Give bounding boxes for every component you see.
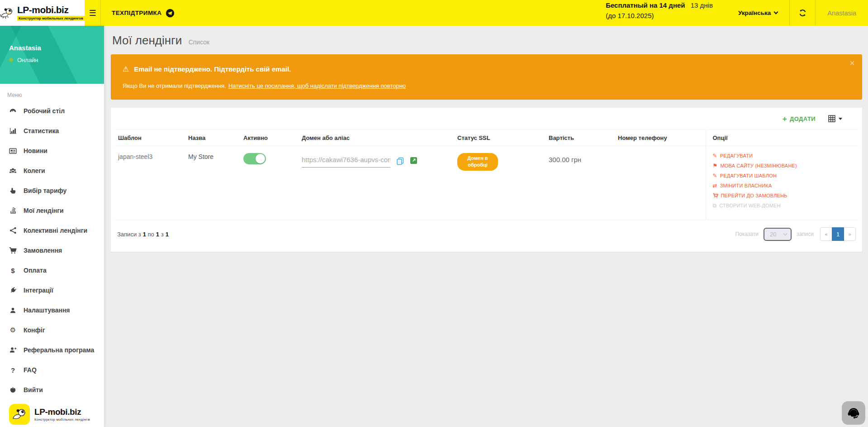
show-label: Показати (735, 231, 758, 237)
alert-line-text: Якщо Ви не отримали підтвердження. (123, 82, 226, 89)
faq-icon: ? (9, 366, 17, 374)
trial-days-left: 13 днів (691, 1, 713, 9)
table-header-row: Шаблон Назва Активно Домен або аліас Ста… (114, 130, 859, 146)
sidebar-item-label: Робочий стіл (24, 107, 65, 115)
sidebar-item-logout[interactable]: Вийти (0, 380, 104, 400)
sidebar-item-label: Реферальна програма (24, 346, 94, 354)
landings-table: Шаблон Назва Активно Домен або аліас Ста… (114, 130, 859, 220)
integrations-icon (9, 287, 17, 294)
sidebar-item-label: Налаштування (24, 307, 70, 314)
page-size-select[interactable]: 20 (764, 228, 792, 241)
sidebar-item-label: Статистика (24, 127, 59, 134)
dog-logo-icon (0, 5, 14, 21)
copy-domain-icon[interactable] (396, 157, 404, 165)
clone-icon: ⧉ (713, 203, 717, 208)
trial-info: Бесплатный на 14 дней 13 днів (до 17.10.… (606, 0, 713, 26)
menu-section-label: Меню (0, 84, 104, 98)
sidebar-user-panel: Anastasia Онлайн (0, 26, 104, 84)
support-label: ТЕХПІДТРИМКА (112, 10, 161, 16)
language-label: Українська (738, 10, 771, 16)
sidebar-item-news[interactable]: Новини (0, 141, 104, 161)
option-change-owner[interactable]: ⇄ ЗМІНИТИ ВЛАСНИКА (713, 183, 855, 188)
sidebar-item-collective-landings[interactable]: Колективні лендінги (0, 221, 104, 240)
brand-title: LP-mobi.biz (17, 5, 69, 14)
topbar-username[interactable]: Anastasia (816, 0, 868, 26)
open-site-icon[interactable] (410, 157, 417, 164)
sidebar-item-label: Оплата (24, 267, 47, 274)
pagination-next-button[interactable]: » (844, 227, 856, 241)
option-edit-template[interactable]: ✎ РЕДАГУВАТИ ШАБЛОН (713, 173, 855, 178)
page-size-value: 20 (770, 231, 776, 238)
sidebar-item-tariff[interactable]: Вибір тарифу (0, 181, 104, 201)
sidebar-item-faq[interactable]: ? FAQ (0, 360, 104, 380)
option-label: РЕДАГУВАТИ ШАБЛОН (720, 173, 777, 178)
support-link[interactable]: ТЕХПІДТРИМКА (101, 0, 184, 26)
settings-icon (9, 307, 17, 314)
support-chat-button[interactable] (842, 401, 865, 425)
language-selector[interactable]: Українська (726, 0, 789, 26)
sidebar-item-referral[interactable]: Реферальна програма (0, 340, 104, 360)
sidebar-item-settings[interactable]: Налаштування (0, 300, 104, 320)
refresh-button[interactable] (790, 0, 815, 26)
sidebar-item-my-landings[interactable]: Мої лендінги (0, 201, 104, 221)
sidebar-item-label: Мої лендінги (24, 207, 64, 214)
sidebar-toggle-button[interactable]: ☰ (85, 0, 101, 26)
hamburger-icon: ☰ (89, 9, 96, 17)
warning-icon: ⚠ (123, 66, 129, 73)
sidebar-item-label: Конфіг (24, 326, 45, 334)
pagination-prev-button[interactable]: « (820, 227, 832, 241)
alert-title-text: Email не підтверджено. Підтвердіть свій … (134, 65, 291, 73)
cart-icon (713, 193, 718, 198)
sidebar-item-config[interactable]: ⚙ Конфіг (0, 320, 104, 340)
pagination-page-1-button[interactable]: 1 (832, 227, 844, 241)
language-icon: ⚑ (713, 163, 718, 168)
sidebar-menu: Робочий стіл Статистика Новини Колеги (0, 101, 104, 400)
cell-template: japan-steel3 (114, 146, 185, 220)
panel-toolbar: + ДОДАТИ (114, 108, 859, 130)
email-warning-banner: ⚠ Email не підтверджено. Підтвердіть сві… (111, 54, 862, 100)
logout-icon (9, 387, 17, 393)
option-go-to-orders[interactable]: ПЕРЕЙТИ ДО ЗАМОВЛЕНЬ (713, 193, 855, 198)
column-header-options: Опції (706, 130, 859, 146)
ssl-status-badge: Домен в обробці (457, 153, 498, 171)
sidebar-user-name: Anastasia (9, 44, 104, 52)
option-label: СТВОРИТИ WEB-ДОМЕН (719, 203, 781, 208)
table-grid-icon (828, 115, 835, 122)
column-header-template: Шаблон (114, 130, 185, 146)
option-edit[interactable]: ✎ РЕДАГУВАТИ (713, 153, 855, 158)
sidebar-footer-brand[interactable]: LP-mobi.biz Конструктор мобільних лендін… (0, 400, 104, 427)
add-landing-button[interactable]: + ДОДАТИ (783, 115, 816, 123)
dashboard-icon (9, 107, 17, 115)
sidebar-item-integrations[interactable]: Інтеграції (0, 280, 104, 300)
pagination: « 1 » (820, 227, 856, 241)
sidebar-item-payment[interactable]: $ Оплата (0, 260, 104, 280)
columns-dropdown-button[interactable] (828, 115, 842, 122)
config-icon: ⚙ (9, 326, 17, 334)
news-icon (9, 147, 17, 155)
option-label: ЗМІНИТИ ВЛАСНИКА (720, 183, 772, 188)
headset-icon (847, 406, 860, 420)
page-subtitle: Список (189, 38, 210, 46)
active-toggle[interactable] (243, 153, 266, 164)
edit-icon: ✎ (713, 153, 717, 158)
online-status-dot (9, 58, 13, 62)
brand-logo[interactable]: LP-mobi.biz Конструктор мобильных лендин… (0, 0, 85, 26)
column-header-active: Активно (240, 130, 298, 146)
sidebar-item-orders[interactable]: Замовлення (0, 240, 104, 260)
sidebar-item-colleagues[interactable]: Колеги (0, 161, 104, 181)
close-icon[interactable]: × (849, 58, 855, 67)
sidebar-item-statistics[interactable]: Статистика (0, 121, 104, 141)
option-site-language[interactable]: ⚑ МОВА САЙТУ (НЕЗМІНЮВАНЕ) (713, 163, 855, 168)
resend-confirmation-link[interactable]: Натисніть це посилання, щоб надіслати пі… (228, 82, 406, 89)
sidebar: Anastasia Онлайн Меню Робочий стіл Стати… (0, 26, 104, 427)
trial-until-date: (до 17.10.2025) (606, 10, 713, 21)
option-label: ПЕРЕЙТИ ДО ЗАМОВЛЕНЬ (721, 193, 787, 198)
sidebar-item-label: Колеги (24, 167, 45, 174)
sidebar-item-label: Інтеграції (24, 287, 53, 294)
option-create-web-domain: ⧉ СТВОРИТИ WEB-ДОМЕН (713, 203, 855, 208)
sidebar-item-dashboard[interactable]: Робочий стіл (0, 101, 104, 121)
chevron-down-icon (774, 10, 778, 14)
domain-input[interactable] (302, 153, 390, 168)
plus-icon: + (783, 115, 787, 123)
refresh-icon (799, 9, 806, 17)
